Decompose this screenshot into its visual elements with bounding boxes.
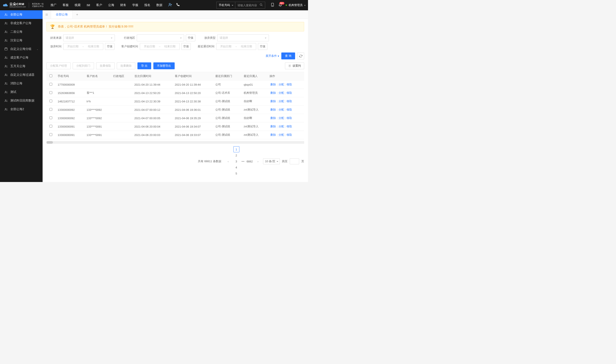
filter-abandon-time-range[interactable]: 开始日期~结束日期: [63, 43, 103, 50]
filter-create-time-range[interactable]: 开始日期~结束日期: [140, 43, 180, 50]
row-checkbox[interactable]: [50, 108, 52, 111]
page-number[interactable]: 1: [233, 146, 239, 152]
page-last[interactable]: 6882: [246, 158, 253, 164]
row-checkbox[interactable]: [50, 83, 52, 86]
sidebar-item[interactable]: 测试: [0, 88, 43, 96]
sidebar-item[interactable]: 全部公海: [0, 10, 43, 19]
row-claim[interactable]: 领取: [286, 133, 293, 136]
page-number[interactable]: 3: [233, 158, 239, 164]
row-delete[interactable]: 删除: [270, 83, 277, 86]
sidebar-item[interactable]: 消防公海: [0, 79, 43, 88]
row-claim[interactable]: 领取: [286, 83, 293, 86]
row-delete[interactable]: 删除: [270, 91, 277, 94]
page-number[interactable]: 2: [233, 152, 239, 158]
svg-point-16: [5, 108, 6, 109]
page-number[interactable]: 4: [233, 164, 239, 170]
svg-rect-9: [5, 48, 7, 48]
row-assign[interactable]: 分配: [278, 100, 285, 103]
nav-item[interactable]: IM: [84, 0, 93, 10]
filter-region-select[interactable]: [137, 34, 184, 41]
sidebar-item[interactable]: 自定义公海分组⌄: [0, 45, 43, 53]
cell-phone: 17700000009: [55, 80, 84, 89]
row-assign[interactable]: 分配: [278, 83, 285, 86]
sidebar-item[interactable]: 二咨公海: [0, 27, 43, 36]
tab-active[interactable]: 全部公海: [51, 10, 73, 19]
row-delete[interactable]: 删除: [270, 116, 277, 120]
sidebar-item[interactable]: 注安公海: [0, 36, 43, 45]
announcement-banner: 🏆 恭喜，公司-话术库 机构管理员成单！ 实付金额:9.99 !!!!!!: [46, 22, 304, 31]
row-assign[interactable]: 分配: [278, 116, 285, 120]
nav-item[interactable]: 公海: [105, 0, 117, 10]
notification-icon[interactable]: 99+: [278, 3, 282, 8]
filter-last-call-null[interactable]: 空值: [258, 43, 267, 50]
row-claim[interactable]: 领取: [286, 125, 293, 128]
add-user-icon[interactable]: [168, 3, 172, 8]
export-button[interactable]: 导 出: [137, 62, 151, 69]
filter-last-call-range[interactable]: 开始日期~结束日期: [216, 43, 256, 50]
row-delete[interactable]: 删除: [270, 133, 277, 136]
chevron-down-icon: ▾: [278, 54, 279, 58]
sidebar-item[interactable]: 五月天公海: [0, 62, 43, 71]
row-checkbox[interactable]: [50, 125, 52, 128]
row-checkbox[interactable]: [50, 91, 52, 94]
select-all-checkbox[interactable]: [50, 74, 52, 77]
page-number[interactable]: 5: [233, 170, 239, 176]
filter-abandon-time-null[interactable]: 空值: [105, 43, 115, 50]
sidebar-item[interactable]: 非成交客户公海: [0, 19, 43, 27]
search-icon[interactable]: [260, 3, 263, 7]
batch-delete-button[interactable]: 批量删除: [117, 62, 135, 69]
logo[interactable]: 云朵CRM www.yunduocrm.com 教育机构一站 式服务云平台: [3, 2, 44, 8]
row-delete[interactable]: 删除: [270, 108, 277, 111]
assign-manager-button[interactable]: 分配客户经理: [46, 62, 71, 69]
phone-icon[interactable]: [176, 3, 180, 8]
sidebar-item[interactable]: 成交客户公海: [0, 53, 43, 62]
row-delete[interactable]: 删除: [270, 125, 277, 128]
row-claim[interactable]: 领取: [286, 116, 293, 120]
row-claim[interactable]: 领取: [286, 108, 293, 111]
filter-region-null[interactable]: 空值: [186, 34, 195, 41]
row-claim[interactable]: 领取: [286, 91, 293, 94]
page-prev[interactable]: ‹: [225, 158, 231, 164]
sidebar-item[interactable]: 全部公海2: [0, 105, 43, 114]
refresh-button[interactable]: [297, 52, 304, 59]
search-button[interactable]: 查 询: [281, 52, 295, 59]
tab-add-button[interactable]: +: [73, 13, 81, 17]
export-plain-button[interactable]: 不加密导出: [153, 62, 175, 69]
nav-item[interactable]: 学服: [129, 0, 141, 10]
nav-item[interactable]: 客户: [93, 0, 105, 10]
row-assign[interactable]: 分配: [278, 108, 285, 111]
tablet-icon[interactable]: [270, 3, 274, 8]
row-assign[interactable]: 分配: [278, 125, 285, 128]
nav-item[interactable]: 线索: [72, 0, 84, 10]
expand-filters-link[interactable]: 展开条件 ▾: [266, 54, 279, 58]
row-checkbox[interactable]: [50, 116, 52, 119]
filter-create-time-null[interactable]: 空值: [181, 43, 191, 50]
horizontal-scrollbar[interactable]: [46, 141, 304, 144]
filter-abandon-type-select[interactable]: 请选择: [217, 34, 269, 41]
row-delete[interactable]: 删除: [270, 100, 277, 103]
row-checkbox[interactable]: [50, 100, 52, 102]
assign-dept-button[interactable]: 分配到部门: [73, 62, 94, 69]
nav-item[interactable]: 客服: [60, 0, 72, 10]
batch-claim-button[interactable]: 批量领取: [96, 62, 115, 69]
filter-source-select[interactable]: 请选择: [63, 34, 115, 41]
row-assign[interactable]: 分配: [278, 133, 285, 136]
row-assign[interactable]: 分配: [278, 91, 285, 94]
columns-settings-button[interactable]: 设置列: [285, 62, 304, 69]
page-next[interactable]: ›: [255, 158, 261, 164]
cell-phone: 13300000092: [55, 114, 84, 122]
sidebar-item[interactable]: 自定义公海过滤器: [0, 71, 43, 79]
page-size-select[interactable]: 10 条/页: [263, 158, 280, 164]
nav-item[interactable]: 数据: [153, 0, 165, 10]
nav-item[interactable]: 报名: [141, 0, 153, 10]
row-checkbox[interactable]: [50, 133, 52, 136]
tabs-collapse-icon[interactable]: [43, 10, 51, 19]
user-menu[interactable]: 机构管理员 ▾: [286, 3, 305, 7]
nav-item[interactable]: 财务: [117, 0, 129, 10]
cell-owner: zxt测试导入: [241, 122, 267, 131]
page-jump-input[interactable]: [290, 158, 299, 164]
sidebar-item[interactable]: 测试昨日回库数据: [0, 96, 43, 105]
nav-item[interactable]: 推广: [48, 0, 60, 10]
row-claim[interactable]: 领取: [286, 100, 293, 103]
search-type-select[interactable]: 手机号码: [216, 2, 235, 9]
